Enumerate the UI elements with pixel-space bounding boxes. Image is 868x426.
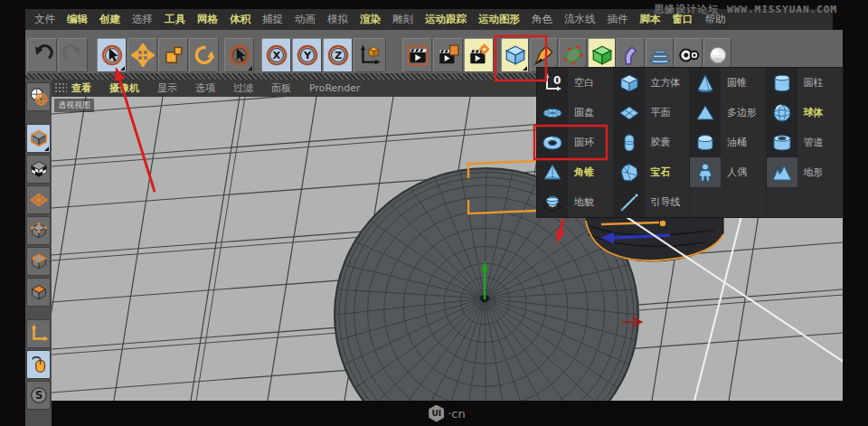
menubar-item-2[interactable]: 创建 (99, 13, 120, 26)
lock-x-axis-button[interactable]: X (261, 38, 291, 72)
convert-editable-button[interactable] (26, 82, 51, 111)
primitive-cylinder-icon-cell (767, 68, 797, 98)
viewport-menu-item-2[interactable]: 显示 (157, 81, 177, 95)
menubar-item-8[interactable]: 动画 (295, 13, 316, 26)
viewport-menu-item-1[interactable]: 摄像机 (109, 81, 139, 95)
plane-icon (618, 102, 640, 124)
viewport-menu-item-6[interactable]: ProRender (309, 82, 361, 94)
render-view-button[interactable] (402, 38, 432, 72)
enable-axis-button[interactable] (26, 319, 51, 348)
primitive-guideline-label: 引导线 (651, 195, 681, 209)
polygons-mode-button[interactable] (26, 278, 51, 307)
menubar-item-14[interactable]: 角色 (532, 13, 552, 26)
primitive-figure-icon-cell (690, 157, 721, 187)
model-mode-button[interactable] (26, 124, 51, 153)
primitive-null-axis-item[interactable]: 0空白 (537, 68, 613, 98)
primitive-null-axis-label: 空白 (574, 76, 594, 90)
render-settings-button[interactable] (464, 38, 494, 72)
snap-button[interactable]: S (26, 381, 51, 410)
primitive-torus-icon-cell (537, 128, 568, 157)
cylinder-icon (771, 72, 793, 94)
primitive-figure-item[interactable]: 人偶 (690, 157, 766, 187)
primitive-gem-label: 宝石 (651, 166, 671, 179)
primitive-terrain-label: 地形 (804, 166, 824, 179)
edges-mode-button[interactable] (26, 247, 51, 276)
live-selection-button[interactable] (97, 38, 127, 72)
primitive-pyramid-item[interactable]: 角锥 (537, 157, 613, 187)
primitive-cube-item[interactable]: 立方体 (614, 68, 690, 98)
guideline-icon (618, 192, 640, 213)
cube-texture-icon (29, 159, 49, 179)
disc-icon (542, 102, 563, 124)
move-button[interactable] (127, 38, 157, 72)
menubar-item-7[interactable]: 捕捉 (262, 13, 283, 26)
oiltank-icon (694, 132, 716, 154)
undo-button[interactable] (27, 38, 57, 72)
sphere-icon (771, 102, 793, 124)
menubar-item-12[interactable]: 运动跟踪 (425, 13, 467, 26)
primitive-disc-item[interactable]: 圆盘 (537, 98, 613, 128)
popup-column: 0空白圆盘圆环角锥地貌 (537, 68, 614, 217)
primitive-polygon-item[interactable]: 多边形 (690, 98, 766, 128)
primitive-sphere-label: 球体 (804, 106, 824, 119)
menubar-item-11[interactable]: 雕刻 (392, 13, 413, 26)
last-selection-tool-button[interactable] (224, 38, 254, 72)
primitive-terrain-icon-cell (767, 157, 797, 187)
primitive-guideline-item[interactable]: 引导线 (614, 187, 690, 217)
viewport-menu-item-5[interactable]: 面板 (271, 81, 291, 95)
viewport-menu-item-3[interactable]: 选项 (195, 81, 215, 95)
ui-cn-logo-icon: UI (429, 405, 444, 422)
viewport-menu-item-4[interactable]: 过滤 (233, 81, 253, 95)
primitive-gem-item[interactable]: 宝石 (614, 157, 690, 187)
primitive-tube-icon-cell (767, 128, 797, 157)
primitive-torus-item[interactable]: 圆环 (537, 128, 613, 157)
primitive-relief-item[interactable]: 地貌 (537, 187, 613, 217)
scale-button[interactable] (158, 38, 188, 72)
primitives-button[interactable] (501, 38, 529, 72)
primitive-cylinder-item[interactable]: 圆柱 (767, 68, 844, 98)
texture-mode-button[interactable] (26, 155, 51, 184)
bottom-strip: UI ·cn (52, 401, 843, 426)
points-mode-button[interactable] (26, 216, 51, 245)
spline-cage-icon (561, 43, 585, 67)
primitive-plane-item[interactable]: 平面 (614, 98, 690, 128)
viewport-menubar-grip-icon[interactable] (54, 82, 67, 94)
viewport-solo-button[interactable] (26, 350, 51, 379)
coordinate-system-button[interactable] (354, 38, 386, 72)
menubar-item-1[interactable]: 编辑 (67, 13, 88, 26)
viewport-view-label: 透视视图 (54, 99, 94, 112)
primitive-terrain-item[interactable]: 地形 (767, 157, 844, 187)
clapper-doc-icon (437, 43, 460, 67)
lock-z-axis-button[interactable]: Z (323, 38, 353, 72)
primitive-tube-item[interactable]: 管道 (767, 128, 844, 157)
menubar-item-15[interactable]: 流水线 (564, 13, 596, 26)
cube-model-icon (29, 128, 49, 148)
pyramid-icon (542, 162, 563, 184)
axis-z-icon: Z (326, 43, 350, 67)
svg-text:Z: Z (334, 49, 341, 62)
menubar-item-0[interactable]: 文件 (34, 13, 55, 26)
primitive-cone-item[interactable]: 圆锥 (690, 68, 766, 98)
menubar-item-4[interactable]: 工具 (165, 13, 185, 26)
menubar-item-5[interactable]: 网格 (197, 13, 218, 26)
rotate-button[interactable] (189, 38, 219, 72)
primitive-pyramid-icon-cell (537, 157, 568, 187)
render-to-picture-viewer-button[interactable] (433, 38, 463, 72)
menubar-item-16[interactable]: 插件 (608, 13, 628, 26)
primitive-polygon-icon-cell (690, 98, 721, 128)
redo-button[interactable] (58, 38, 88, 72)
primitive-plane-label: 平面 (651, 106, 671, 119)
primitive-capsule-item[interactable]: 胶囊 (614, 128, 690, 157)
lock-y-axis-button[interactable]: Y (292, 38, 322, 72)
viewport-menu-item-0[interactable]: 查看 (71, 81, 91, 95)
menubar-item-9[interactable]: 模拟 (327, 13, 348, 26)
menubar-item-13[interactable]: 运动图形 (478, 13, 520, 26)
menubar-item-10[interactable]: 渲染 (360, 13, 381, 26)
primitive-sphere-item[interactable]: 球体 (767, 98, 844, 128)
workplane-mode-button[interactable] (26, 185, 51, 214)
primitive-oiltank-item[interactable]: 油桶 (690, 128, 766, 157)
menubar-item-3[interactable]: 选择 (132, 13, 153, 26)
popup-column: 圆柱球体管道地形 (767, 68, 844, 217)
menubar-item-6[interactable]: 体积 (230, 13, 250, 26)
primitive-torus-label: 圆环 (574, 136, 594, 149)
